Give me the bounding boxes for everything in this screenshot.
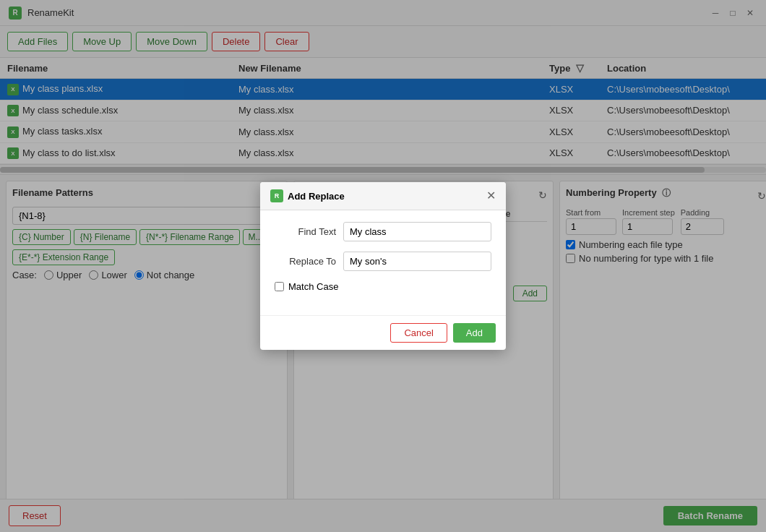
modal-cancel-button[interactable]: Cancel [390,323,447,343]
modal-body: Find Text Replace To Match Case [260,210,506,315]
add-replace-modal: R Add Replace ✕ Find Text Replace To Mat… [260,182,506,350]
replace-to-label: Replace To [275,256,336,267]
replace-to-input[interactable] [343,252,491,271]
modal-footer: Cancel Add [260,315,506,350]
modal-add-button[interactable]: Add [453,323,496,343]
modal-overlay: R Add Replace ✕ Find Text Replace To Mat… [0,0,766,532]
modal-title-bar: R Add Replace ✕ [260,182,506,210]
match-case-checkbox[interactable] [275,282,284,291]
find-text-input[interactable] [343,222,491,241]
replace-to-row: Replace To [275,252,491,271]
find-text-label: Find Text [275,226,336,237]
match-case-row: Match Case [275,281,491,292]
modal-title: R Add Replace [270,189,345,202]
modal-icon: R [270,189,283,202]
find-text-row: Find Text [275,222,491,241]
modal-close-button[interactable]: ✕ [486,190,496,202]
match-case-label: Match Case [288,281,338,292]
